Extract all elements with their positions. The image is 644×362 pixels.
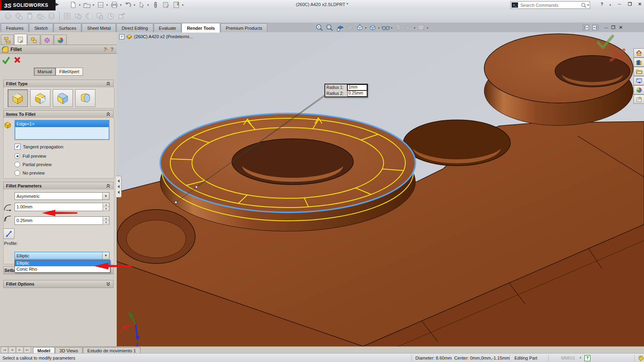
quick-tips-icon[interactable]: ?*: [104, 47, 108, 52]
zoom-to-fit-button[interactable]: [315, 23, 324, 33]
first-tab-button[interactable]: |◀: [1, 347, 8, 353]
view-settings-caret-icon[interactable]: ▾: [427, 26, 428, 30]
panel-splitter-handle[interactable]: [116, 176, 122, 197]
render-database-icon[interactable]: [47, 11, 56, 21]
cancel-button[interactable]: [13, 56, 22, 64]
radius1-callout-value[interactable]: 1mm: [347, 84, 367, 90]
callout-anchor-point[interactable]: [195, 186, 198, 188]
radius1-up-icon[interactable]: ▲: [103, 203, 109, 207]
radius2-down-icon[interactable]: ▼: [103, 221, 109, 225]
partial-preview-radio[interactable]: [14, 162, 20, 167]
radius2-callout-value[interactable]: 0.25mm: [347, 90, 367, 97]
tab-sheet-metal[interactable]: Sheet Metal: [82, 23, 116, 32]
display-style-caret-icon[interactable]: ▾: [378, 26, 380, 30]
orientation-caret-icon[interactable]: ▾: [365, 26, 367, 30]
pane-right-button[interactable]: [592, 25, 599, 30]
collapse-chevron-icon[interactable]: [106, 82, 111, 86]
render-region-icon[interactable]: [95, 11, 105, 21]
variable-size-fillet-button[interactable]: [30, 89, 50, 107]
tab-surfaces[interactable]: Surfaces: [54, 23, 81, 32]
recall-render-icon[interactable]: [117, 11, 126, 21]
tab-direct-editing[interactable]: Direct Editing: [116, 23, 153, 32]
search-input[interactable]: [520, 2, 581, 8]
window-close-button[interactable]: ✕: [638, 2, 642, 7]
motion-study-tab[interactable]: Estudio de movimiento 1: [83, 347, 140, 354]
view-palette-button[interactable]: [634, 76, 644, 85]
zoom-to-area-button[interactable]: [325, 23, 334, 33]
constant-size-fillet-button[interactable]: [8, 89, 28, 107]
undo-button[interactable]: [123, 1, 133, 9]
tab-premium-products[interactable]: Premium Products: [221, 23, 267, 32]
final-render-icon[interactable]: [84, 11, 94, 21]
publish-edrawings-button[interactable]: [96, 1, 105, 9]
full-round-fillet-button[interactable]: [75, 89, 95, 107]
file-explorer-button[interactable]: [634, 67, 644, 76]
display-style-button[interactable]: [368, 23, 378, 33]
magnet-tool-icon[interactable]: [151, 1, 160, 9]
view-settings-button[interactable]: [417, 23, 426, 33]
appearances-scenes-button[interactable]: [634, 85, 644, 95]
tangent-propagation-checkbox[interactable]: ✓: [14, 144, 21, 150]
property-manager-tab[interactable]: [14, 34, 27, 45]
search-commands-box[interactable]: >_ ▾: [510, 1, 590, 9]
full-preview-radio[interactable]: [14, 153, 20, 159]
radius2-input[interactable]: 0.25mm ▲▼: [14, 216, 109, 225]
doc-restore-button[interactable]: ❐: [611, 25, 615, 30]
status-help-icon[interactable]: ?: [584, 355, 590, 361]
fillet-radius-callout[interactable]: Radius 1: 1mm Radius 2: 0.25mm: [324, 84, 368, 97]
selected-edge-item[interactable]: Edge<1>: [15, 121, 109, 127]
menu-expand-arrow-icon[interactable]: ▶: [56, 2, 59, 7]
no-preview-option[interactable]: No preview: [14, 170, 45, 176]
last-tab-button[interactable]: ▶|: [24, 347, 31, 353]
print-dropdown-caret-icon[interactable]: ▾: [120, 3, 122, 7]
fillet-options-header[interactable]: Fillet Options: [3, 280, 114, 288]
units-caret-icon[interactable]: ▲: [579, 356, 582, 359]
items-to-fillet-listbox[interactable]: Edge<1>: [14, 120, 109, 140]
solidworks-resources-button[interactable]: [634, 48, 644, 58]
model-tab[interactable]: Model: [33, 347, 55, 354]
help-button[interactable]: ?: [601, 2, 603, 6]
window-restore-button[interactable]: ❐: [628, 2, 632, 7]
apply-scene-caret-icon[interactable]: ▾: [414, 26, 415, 30]
next-tab-button[interactable]: ▶: [16, 347, 23, 353]
scene-sphere-icon[interactable]: [73, 11, 83, 21]
print-button[interactable]: [109, 1, 119, 9]
graphics-viewport[interactable]: Y X Z + (260C) A420 x2 (Predetermi... Ra…: [117, 32, 644, 346]
3d-views-tab[interactable]: 3D Views: [55, 347, 83, 354]
fillet-parameters-header[interactable]: Fillet Parameters: [3, 182, 114, 190]
view-orientation-button[interactable]: [355, 23, 365, 33]
search-magnifier-icon[interactable]: [581, 2, 587, 8]
face-fillet-button[interactable]: [53, 89, 73, 107]
custom-properties-button[interactable]: [634, 95, 644, 104]
scene-frame-icon[interactable]: [62, 11, 72, 21]
window-minimize-button[interactable]: ─: [618, 2, 621, 6]
publish-dropdown-caret-icon[interactable]: ▾: [106, 3, 108, 7]
copy-settings-icon[interactable]: [25, 11, 35, 21]
radius2-spinner[interactable]: ▲▼: [103, 217, 109, 224]
tab-sketch[interactable]: Sketch: [29, 23, 53, 32]
section-view-button[interactable]: [345, 23, 355, 33]
3d-model[interactable]: Y X Z: [117, 32, 644, 346]
expand-chevron-icon[interactable]: [106, 282, 111, 286]
doc-close-button[interactable]: ✕: [619, 25, 623, 30]
partial-preview-option[interactable]: Partial preview: [14, 162, 52, 167]
feature-tree-flyout[interactable]: + (260C) A420 x2 (Predetermi...: [119, 34, 193, 39]
collapse-chevron-icon[interactable]: [106, 184, 111, 188]
preview-window-icon[interactable]: [3, 11, 13, 21]
tree-expand-icon[interactable]: +: [119, 34, 124, 39]
hide-show-caret-icon[interactable]: ▾: [391, 26, 392, 30]
new-dropdown-caret-icon[interactable]: ▾: [79, 3, 80, 7]
tree-root-label[interactable]: (260C) A420 x2 (Predetermi...: [134, 34, 193, 39]
integrated-preview-icon[interactable]: [14, 11, 24, 21]
ok-button[interactable]: [2, 56, 10, 64]
apply-scene-button[interactable]: [404, 23, 413, 33]
select-cursor-button[interactable]: [137, 1, 147, 9]
edit-appearance-button[interactable]: [394, 23, 403, 33]
help-dropdown-caret-icon[interactable]: ▾: [609, 3, 611, 7]
doc-minimize-button[interactable]: ─: [605, 25, 608, 30]
dimxpert-manager-tab[interactable]: [41, 35, 54, 45]
render-glasses-icon[interactable]: [36, 11, 45, 21]
radius2-up-icon[interactable]: ▲: [103, 217, 109, 221]
symmetry-dropdown-caret-icon[interactable]: ▼: [102, 193, 109, 200]
manual-mode-button[interactable]: Manual: [34, 68, 56, 76]
